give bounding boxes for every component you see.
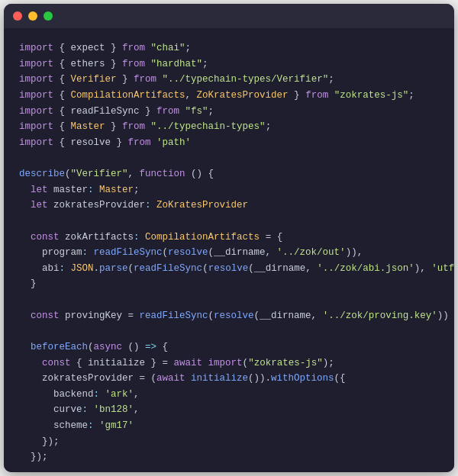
code-line: const { initialize } = await import("zok… (4, 355, 454, 371)
code-line: curve: 'bn128', (4, 402, 454, 418)
code-line: }); (4, 434, 454, 450)
code-line-empty (4, 214, 454, 230)
code-content: import { expect } from "chai"; import { … (4, 28, 454, 472)
code-line: const provingKey = readFileSync(resolve(… (4, 308, 454, 324)
close-button[interactable] (13, 11, 22, 21)
code-line: beforeEach(async () => { (4, 339, 454, 355)
code-line: const zokArtifacts: CompilationArtifacts… (4, 230, 454, 246)
code-line: }); (4, 449, 454, 465)
code-line-empty (4, 292, 454, 308)
code-line: zokratesProvider = (await initialize()).… (4, 371, 454, 387)
code-line-empty (4, 323, 454, 339)
code-line: let zokratesProvider: ZoKratesProvider (4, 198, 454, 214)
code-line-empty (4, 150, 454, 166)
maximize-button[interactable] (44, 11, 53, 21)
code-line: import { Verifier } from "../typechain-t… (4, 72, 454, 88)
minimize-button[interactable] (28, 11, 37, 21)
code-line: program: readFileSync(resolve(__dirname,… (4, 245, 454, 261)
code-line: let master: Master; (4, 182, 454, 198)
code-line: import { resolve } from 'path' (4, 135, 454, 151)
code-line: backend: 'ark', (4, 387, 454, 403)
code-line: import { CompilationArtifacts, ZoKratesP… (4, 88, 454, 104)
code-line: import { Master } from "../typechain-typ… (4, 119, 454, 135)
code-line: scheme: 'gm17' (4, 418, 454, 434)
code-line: import { ethers } from "hardhat"; (4, 56, 454, 72)
titlebar (4, 4, 454, 28)
code-line: describe("Verifier", function () { (4, 166, 454, 182)
code-line: } (4, 276, 454, 292)
code-line: import { readFileSync } from "fs"; (4, 104, 454, 120)
code-line: import { expect } from "chai"; (4, 40, 454, 56)
code-editor-window: import { expect } from "chai"; import { … (4, 4, 454, 472)
code-line: abi: JSON.parse(readFileSync(resolve(__d… (4, 261, 454, 277)
